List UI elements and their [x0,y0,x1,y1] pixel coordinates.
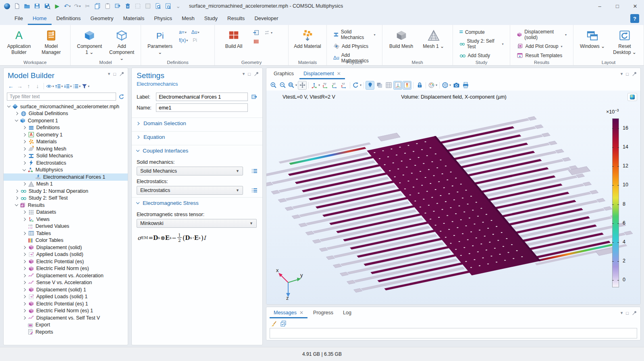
undo-icon[interactable]: ↶▾ [63,2,72,10]
expand-all-button[interactable]: ▾ [64,82,72,90]
copy-icon[interactable] [93,2,102,10]
chevron-down-icon[interactable] [23,168,26,171]
tree-item-electrostatics[interactable]: Electrostatics [4,159,128,167]
cut-icon[interactable]: ✂ [83,2,92,10]
tree-item-applied-loads-solid-[interactable]: Applied Loads (solid) [4,251,128,258]
transparency-button[interactable] [375,81,384,90]
tree-item-displacement-vs-self-test-v[interactable]: Displacement vs. Self Test V [4,314,128,322]
chevron-down-icon[interactable] [15,203,18,206]
panel-pin-icon[interactable] [119,71,125,76]
chevron-right-icon[interactable] [23,267,26,270]
ribbon-model-manager-button[interactable]: Model Manager [37,27,65,56]
copy-messages-button[interactable] [279,320,287,328]
zoom-selected-button[interactable]: ▾ [287,81,297,90]
tree-item-results[interactable]: Results [4,202,128,209]
delete-icon[interactable] [123,2,132,10]
graphics-tab-displacement[interactable]: Displacement✕ [299,68,345,79]
menu-geometry[interactable]: Geometry [85,12,118,25]
tree-filter-input[interactable] [7,93,116,101]
rename-icon[interactable] [250,93,258,101]
tree-item-electric-field-norm-es-1[interactable]: Electric Field Norm (es) 1 [4,307,128,315]
menu-mesh[interactable]: Mesh [177,12,199,25]
chevron-right-icon[interactable] [23,218,26,221]
ribbon-add-component-button[interactable]: Add Component ⌄ [108,27,136,62]
tree-item-surface-micromachined-accelerometer-mph[interactable]: surface_micromachined_accelerometer.mph [4,103,128,110]
tree-item-electric-field-norm-es-[interactable]: Electric Field Norm (es) [4,265,128,272]
chevron-right-icon[interactable] [23,260,26,263]
node-text-button[interactable]: ▾ [73,82,81,90]
chevron-right-icon[interactable] [23,281,26,284]
menu-developer[interactable]: Developer [249,12,283,25]
axis-orientation-button[interactable] [393,81,402,90]
tree-item-study-1-normal-operation[interactable]: Study 1: Normal Operation [4,188,128,195]
functions-button[interactable]: f(x)▾ [178,37,189,43]
zoom-out-button[interactable] [278,81,287,90]
chevron-right-icon[interactable] [23,253,26,256]
ribbon-build-all-button[interactable]: Build All [220,27,248,50]
chevron-right-icon[interactable] [23,147,26,151]
close-tab-icon[interactable]: ✕ [299,310,303,316]
selection-list-icon[interactable] [250,167,258,175]
chevron-right-icon[interactable] [23,133,26,136]
collapse-all-button[interactable]: ▾ [55,82,63,90]
import-button[interactable] [252,29,260,36]
menu-physics[interactable]: Physics [149,12,177,25]
panel-menu-icon[interactable]: ▾ [621,310,623,316]
ribbon-parameters-button[interactable]: PiParameters ⌄ [146,27,174,56]
menu-definitions[interactable]: Definitions [52,12,86,25]
lock-view-button[interactable] [415,81,424,90]
show-button[interactable]: ▾ [46,82,54,90]
menu-study[interactable]: Study [199,12,222,25]
comsol-logo-icon[interactable] [2,2,11,10]
scene-light-button[interactable] [366,81,374,90]
tree-item-geometry-1[interactable]: Geometry 1 [4,131,128,138]
chevron-down-icon[interactable] [15,118,18,122]
chevron-right-icon[interactable] [23,210,26,214]
new-file-icon[interactable] [12,2,21,10]
variables-button[interactable]: a=▾ [178,29,187,35]
messages-output[interactable] [270,328,637,338]
close-tab-icon[interactable]: ✕ [337,71,341,76]
panel-menu-icon[interactable]: ▾ [243,71,245,76]
tree-item-derived-values[interactable]: Derived Values [4,223,128,230]
redo-icon[interactable]: ↷▾ [73,2,82,10]
ribbon-component-1-button[interactable]: Component 1 ⌄ [75,27,104,56]
ribbon-compute-button[interactable]: =Compute [458,29,505,36]
tree-item-study-2-self-test[interactable]: Study 2: Self Test [4,195,128,202]
save-icon[interactable] [33,2,42,10]
clear-messages-button[interactable] [270,320,278,328]
chevron-right-icon[interactable] [23,140,26,143]
section-domain-selection[interactable]: Domain Selection [132,118,262,129]
panel-float-icon[interactable]: □ [113,72,116,76]
close-button[interactable]: ✕ [626,0,644,12]
panel-pin-icon[interactable] [632,310,637,316]
tree-item-materials[interactable]: Materials [4,138,128,146]
tree-item-component-1[interactable]: Component 1 [4,117,128,124]
tree-item-electric-potential-es-1[interactable]: Electric Potential (es) 1 [4,300,128,307]
selection-list-icon[interactable] [250,186,258,194]
paste-icon[interactable] [103,2,112,10]
save-to-model-manager-icon[interactable] [43,2,52,10]
ribbon-mesh-1-button[interactable]: Mesh 1 ⌄ [420,27,448,50]
chevron-right-icon[interactable] [15,112,18,115]
chevron-right-icon[interactable] [23,274,26,277]
chevron-right-icon[interactable] [23,246,26,249]
chevron-right-icon[interactable] [23,316,26,320]
section-coupled-interfaces[interactable]: Coupled Interfaces [132,145,262,156]
virtual-operations-button[interactable] [252,38,260,45]
ribbon-add-material-button[interactable]: Add Material [293,27,322,50]
ribbon-solid-mechanics-button[interactable]: Solid Mechanics▾ [332,29,377,41]
nonlocal-couplings-button[interactable]: Δu▾ [191,29,200,35]
ribbon-build-mesh-button[interactable]: Build Mesh [387,27,415,50]
chevron-right-icon[interactable] [15,196,18,200]
color-legend-button[interactable] [403,81,411,90]
tree-item-mesh-1[interactable]: Mesh 1 [4,181,128,188]
name-input[interactable] [156,103,248,112]
tree-item-reports[interactable]: Reports [4,328,128,336]
panel-menu-icon[interactable]: ▾ [108,71,110,76]
menu-home[interactable]: Home [28,12,52,25]
default-view-button[interactable]: ▾ [310,81,320,90]
ribbon-windows-button[interactable]: Windows ⌄ [578,27,607,50]
ribbon-add-study-button[interactable]: Add Study [458,52,505,59]
tree-item-datasets[interactable]: Datasets [4,209,128,216]
